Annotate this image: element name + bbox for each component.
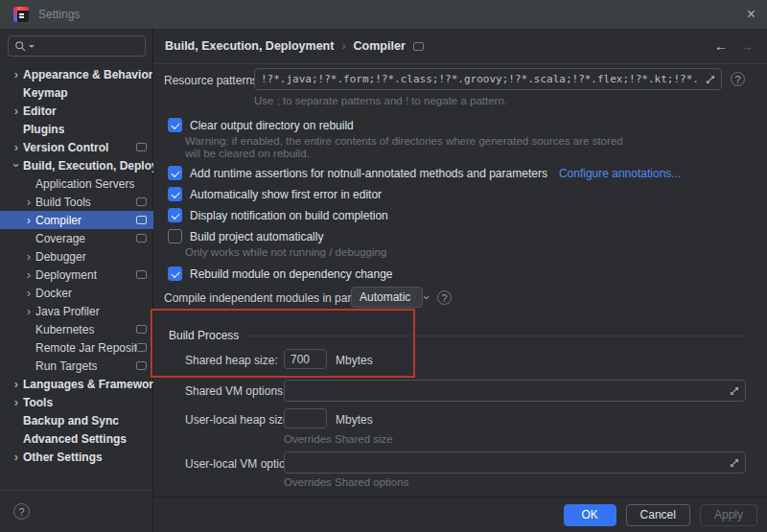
sidebar-item-backup-and-sync[interactable]: Backup and Sync	[0, 411, 153, 429]
sidebar-item-keymap[interactable]: Keymap	[0, 83, 153, 102]
search-history-caret-icon	[29, 45, 35, 48]
shared-heap-unit: Mbytes	[336, 354, 373, 367]
sidebar-item-java-profiler[interactable]: › Java Profiler	[0, 302, 153, 320]
chevron-down-icon: ›	[421, 290, 433, 304]
checkbox-icon[interactable]	[168, 208, 182, 222]
cancel-button[interactable]: Cancel	[626, 504, 690, 526]
sidebar-divider	[0, 490, 153, 491]
sidebar-item-plugins[interactable]: Plugins	[0, 120, 153, 138]
parallel-compile-select[interactable]: Automatic ›	[351, 287, 423, 308]
checkbox-icon[interactable]	[168, 229, 182, 243]
chevron-icon: ›	[22, 287, 35, 299]
sidebar-item-tools[interactable]: › Tools	[0, 393, 153, 411]
ok-button[interactable]: OK	[564, 504, 616, 526]
user-vm-hint: Overrides Shared options	[284, 476, 408, 488]
sidebar-item-appearance-behavior[interactable]: › Appearance & Behavior	[0, 65, 153, 83]
clear-output-warning-line2: will be cleared on rebuild.	[185, 148, 310, 159]
title-bar: Settings ×	[0, 0, 767, 29]
sidebar-item-debugger[interactable]: › Debugger	[0, 247, 153, 266]
screen-icon	[136, 325, 147, 334]
sidebar-item-remote-jar-repositories[interactable]: Remote Jar Repositories	[0, 338, 153, 357]
resource-patterns-input[interactable]	[254, 68, 722, 90]
chevron-icon: ›	[11, 159, 23, 173]
user-heap-input[interactable]	[284, 408, 327, 428]
sidebar-item-kubernetes[interactable]: Kubernetes	[0, 320, 153, 338]
checkbox-display-notification[interactable]: Display notification on build completion	[168, 208, 388, 222]
resource-patterns-label: Resource patterns:	[164, 74, 261, 87]
sidebar-item-run-targets[interactable]: Run Targets	[0, 357, 153, 375]
shared-heap-input[interactable]	[284, 349, 327, 369]
checkbox-icon[interactable]	[168, 118, 182, 132]
chevron-icon: ›	[22, 196, 35, 208]
screen-icon	[136, 361, 147, 370]
breadcrumb-separator: ›	[341, 39, 345, 53]
chevron-icon: ›	[22, 305, 35, 317]
chevron-icon: ›	[10, 104, 23, 117]
sidebar-item-build-execution-deployme[interactable]: › Build, Execution, Deployme	[0, 156, 153, 174]
help-button[interactable]: ?	[13, 503, 30, 520]
highlight-annotation-rectangle	[151, 309, 415, 378]
shared-heap-label: Shared heap size:	[185, 354, 278, 367]
breadcrumb: Build, Execution, Deployment › Compiler	[165, 39, 424, 53]
parallel-compile-help-icon[interactable]: ?	[437, 290, 452, 305]
checkbox-runtime-assertions[interactable]: Add runtime assertions for notnull-annot…	[168, 166, 681, 180]
settings-sidebar: › Appearance & Behavior Keymap › Editor …	[0, 29, 153, 532]
sidebar-item-application-servers[interactable]: Application Servers	[0, 174, 153, 193]
close-icon[interactable]: ×	[747, 7, 755, 22]
expand-icon[interactable]	[729, 385, 740, 397]
chevron-icon: ›	[22, 214, 35, 226]
screen-icon	[136, 270, 147, 279]
checkbox-show-first-error[interactable]: Automatically show first error in editor	[168, 187, 382, 201]
shared-vm-input[interactable]	[284, 380, 746, 402]
dialog-footer: OK Cancel Apply	[154, 497, 767, 532]
expand-icon[interactable]	[729, 457, 740, 469]
apply-button[interactable]: Apply	[700, 504, 757, 526]
user-vm-input[interactable]	[284, 451, 746, 474]
settings-tree: › Appearance & Behavior Keymap › Editor …	[0, 65, 153, 466]
sidebar-item-coverage[interactable]: Coverage	[0, 229, 153, 247]
chevron-icon: ›	[10, 396, 23, 408]
search-input[interactable]	[8, 35, 146, 57]
resource-patterns-help-icon[interactable]: ?	[731, 72, 745, 86]
checkbox-icon[interactable]	[168, 166, 182, 180]
sidebar-item-compiler[interactable]: › Compiler	[0, 211, 153, 229]
back-icon[interactable]: ←	[714, 38, 728, 54]
parallel-compile-label: Compile independent modules in parallel:	[164, 291, 375, 305]
screen-icon	[136, 197, 147, 206]
sidebar-item-other-settings[interactable]: › Other Settings	[0, 448, 153, 466]
checkbox-build-automatically[interactable]: Build project automatically	[168, 229, 323, 243]
checkbox-icon[interactable]	[168, 266, 182, 281]
chevron-icon: ›	[10, 68, 23, 81]
sidebar-item-languages-frameworks[interactable]: › Languages & Frameworks	[0, 375, 153, 393]
expand-icon[interactable]	[705, 74, 716, 85]
sidebar-item-version-control[interactable]: › Version Control	[0, 138, 153, 156]
settings-window: Settings × › Appearance & Behavior Keyma…	[0, 0, 767, 532]
search-icon	[14, 40, 27, 53]
chevron-icon: ›	[10, 141, 23, 153]
user-heap-label: User-local heap size:	[185, 413, 292, 427]
shared-vm-label: Shared VM options:	[185, 384, 286, 398]
forward-icon[interactable]: →	[740, 38, 754, 54]
configure-annotations-link[interactable]: Configure annotations...	[559, 167, 681, 180]
breadcrumb-root[interactable]: Build, Execution, Deployment	[165, 39, 334, 53]
screen-icon	[136, 143, 147, 151]
window-title: Settings	[38, 8, 80, 21]
sidebar-item-docker[interactable]: › Docker	[0, 284, 153, 302]
screen-icon	[413, 42, 424, 51]
settings-header: Build, Execution, Deployment › Compiler …	[154, 29, 767, 64]
resource-patterns-hint: Use ; to separate patterns and ! to nega…	[254, 95, 507, 106]
screen-icon	[136, 343, 147, 352]
checkbox-icon[interactable]	[168, 187, 182, 201]
sidebar-item-build-tools[interactable]: › Build Tools	[0, 193, 153, 211]
sidebar-item-deployment[interactable]: › Deployment	[0, 266, 153, 284]
build-automatically-hint: Only works while not running / debugging	[185, 246, 386, 258]
sidebar-item-advanced-settings[interactable]: Advanced Settings	[0, 429, 153, 448]
checkbox-rebuild-on-dependency[interactable]: Rebuild module on dependency change	[168, 266, 393, 281]
checkbox-clear-output[interactable]: Clear output directory on rebuild	[168, 118, 354, 132]
clear-output-warning-line1: Warning: if enabled, the entire contents…	[185, 135, 623, 147]
intellij-idea-icon	[13, 7, 29, 22]
breadcrumb-leaf: Compiler	[354, 39, 406, 53]
screen-icon	[136, 216, 147, 224]
sidebar-item-editor[interactable]: › Editor	[0, 102, 153, 120]
user-heap-unit: Mbytes	[336, 413, 373, 427]
